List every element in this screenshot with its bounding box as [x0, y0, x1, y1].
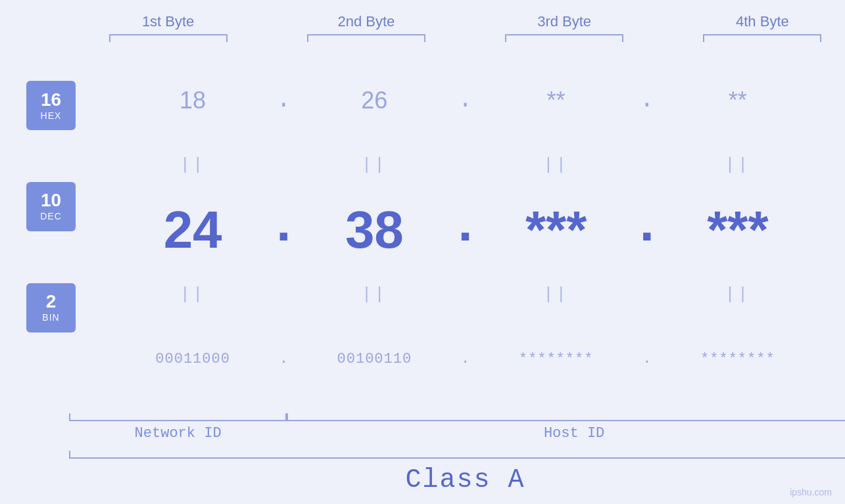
- hex-b3: **: [547, 87, 566, 114]
- top-bracket-2: [307, 34, 425, 42]
- dec-sep3: .: [637, 196, 657, 263]
- content-area: 16 HEX 10 DEC 2 BIN 18 . 26: [26, 49, 819, 411]
- hex-b3-cell: **: [475, 87, 637, 114]
- dec-label: DEC: [40, 211, 62, 221]
- eq2-b2: ||: [293, 285, 455, 304]
- hex-b4: **: [729, 87, 747, 114]
- hex-label: HEX: [41, 110, 62, 121]
- bin-b1-cell: 00011000: [112, 351, 274, 367]
- dec-b4: ***: [707, 200, 768, 260]
- values-grid: 18 . 26 . ** . ** || ||: [112, 49, 819, 411]
- hex-row: 18 . 26 . ** . **: [112, 49, 819, 152]
- hex-b1-cell: 18: [112, 87, 274, 114]
- dec-num: 10: [41, 191, 61, 210]
- top-brackets-row: [69, 34, 845, 42]
- network-bracket: [69, 413, 287, 421]
- full-bracket: [69, 451, 845, 459]
- hex-b2: 26: [361, 87, 387, 114]
- bin-b1: 00011000: [155, 351, 230, 367]
- network-id-label: Network ID: [69, 425, 287, 442]
- dec-b2-cell: 38: [293, 200, 455, 260]
- class-label: Class A: [69, 465, 845, 495]
- bin-b4-cell: ********: [657, 351, 819, 367]
- bin-row: 00011000 . 00100110 . ******** . *******…: [112, 308, 819, 411]
- bin-sep3: .: [637, 351, 657, 367]
- bin-sep2: .: [456, 351, 475, 367]
- dec-sep2: .: [456, 196, 475, 263]
- byte-headers: 1st Byte 2nd Byte 3rd Byte 4th Byte: [69, 13, 845, 30]
- host-bracket: [287, 413, 845, 421]
- eq2-b4: ||: [657, 285, 819, 304]
- bin-b4: ********: [700, 351, 775, 367]
- eq1-b2: ||: [293, 155, 455, 175]
- hex-num: 16: [41, 91, 61, 109]
- dec-badge: 10 DEC: [26, 182, 76, 231]
- dec-b3: ***: [525, 200, 587, 260]
- bin-label: BIN: [42, 312, 59, 323]
- dec-b1: 24: [164, 200, 222, 260]
- top-bracket-1: [109, 34, 228, 42]
- bin-b3-cell: ********: [475, 351, 637, 367]
- eq2-b3: ||: [475, 285, 637, 304]
- top-bracket-4: [703, 34, 821, 42]
- bracket-cell-1: [69, 34, 267, 42]
- bracket-cell-3: [466, 34, 664, 42]
- dec-sep1: .: [274, 196, 293, 263]
- bin-num: 2: [46, 292, 57, 311]
- equals-row-1: || || || ||: [112, 152, 819, 178]
- eq1-b1: ||: [112, 155, 274, 175]
- byte2-header: 2nd Byte: [267, 13, 465, 30]
- host-id-label: Host ID: [287, 425, 845, 442]
- bracket-cell-2: [267, 34, 465, 42]
- eq1-b4: ||: [657, 155, 819, 175]
- eq2-b1: ||: [112, 285, 274, 304]
- top-bracket-3: [505, 34, 623, 42]
- bin-b2: 00100110: [337, 351, 412, 367]
- bottom-section: Network ID Host ID Class A: [69, 413, 845, 497]
- eq1-b3: ||: [475, 155, 637, 175]
- byte3-header: 3rd Byte: [466, 13, 664, 30]
- watermark: ipshu.com: [790, 487, 832, 497]
- main-container: 1st Byte 2nd Byte 3rd Byte 4th Byte 16 H…: [0, 0, 845, 504]
- hex-b2-cell: 26: [293, 87, 455, 114]
- bottom-labels: Network ID Host ID: [69, 425, 845, 442]
- bracket-cell-4: [664, 34, 845, 42]
- bin-b2-cell: 00100110: [293, 351, 455, 367]
- dec-row: 24 . 38 . *** . ***: [112, 178, 819, 281]
- hex-sep1: .: [274, 87, 293, 114]
- hex-badge: 16 HEX: [26, 81, 76, 130]
- dec-b2: 38: [345, 200, 404, 260]
- dec-b1-cell: 24: [112, 200, 274, 260]
- byte4-header: 4th Byte: [664, 13, 845, 30]
- bottom-brackets: [69, 413, 845, 421]
- dec-b3-cell: ***: [475, 200, 637, 260]
- hex-sep2: .: [456, 87, 475, 114]
- bin-sep1: .: [274, 351, 293, 367]
- hex-sep3: .: [637, 87, 657, 114]
- bin-badge: 2 BIN: [26, 283, 76, 332]
- dec-b4-cell: ***: [657, 200, 819, 260]
- bin-b3: ********: [519, 351, 594, 367]
- hex-b1: 18: [180, 87, 206, 114]
- label-column: 16 HEX 10 DEC 2 BIN: [26, 49, 112, 411]
- hex-b4-cell: **: [657, 87, 819, 114]
- byte1-header: 1st Byte: [69, 13, 267, 30]
- equals-row-2: || || || ||: [112, 281, 819, 308]
